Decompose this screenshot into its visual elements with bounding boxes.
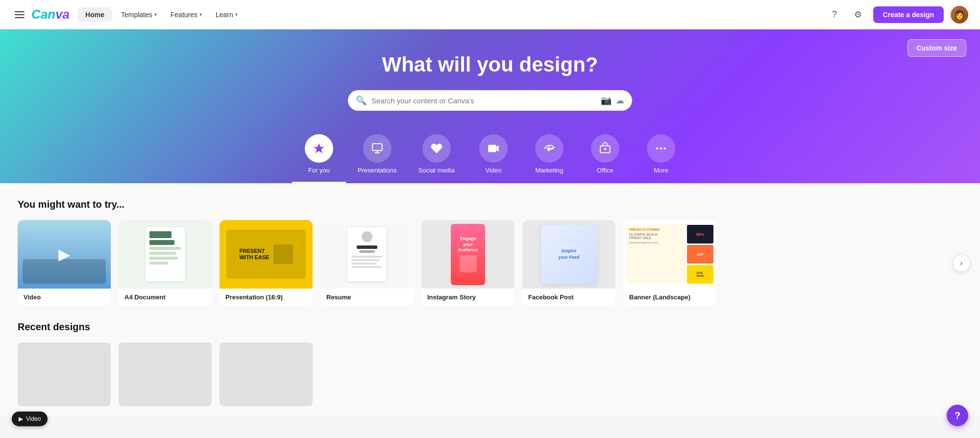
chevron-down-icon: ▾ xyxy=(235,12,238,17)
hamburger-menu[interactable] xyxy=(12,8,27,21)
svg-rect-1 xyxy=(488,145,496,152)
card-label-story: Instagram Story xyxy=(421,289,514,306)
social-media-icon xyxy=(422,134,451,163)
card-thumb-facebook: Inspireyour Feed xyxy=(522,220,615,289)
nav-right: ? ⚙ Create a design 👩 xyxy=(826,6,968,24)
nav-left: Canva Home Templates ▾ Features ▾ Learn … xyxy=(12,7,243,22)
try-section-title: You might want to try... xyxy=(18,199,962,210)
category-label-presentations: Presentations xyxy=(358,167,397,174)
navbar: Canva Home Templates ▾ Features ▾ Learn … xyxy=(0,0,980,29)
video-bubble[interactable]: ▶ Video xyxy=(12,412,48,426)
card-instagram-story[interactable]: EngageyourAudience Instagram Story xyxy=(421,220,514,306)
chevron-down-icon: ▾ xyxy=(154,12,157,17)
canva-logo[interactable]: Canva xyxy=(31,7,70,22)
chevron-down-icon: ▾ xyxy=(199,12,202,17)
category-row: For you Presentations Social media xyxy=(0,128,980,183)
recent-section: Recent designs xyxy=(0,306,980,416)
category-label-social-media: Social media xyxy=(418,167,455,174)
category-for-you[interactable]: For you xyxy=(292,128,346,183)
custom-size-button[interactable]: Custom size xyxy=(907,39,966,57)
card-thumb-a4 xyxy=(119,220,212,289)
card-presentation[interactable]: PRESENTWITH EASE Presentation (16:9) xyxy=(220,220,313,306)
create-design-button[interactable]: Create a design xyxy=(873,6,944,23)
category-office[interactable]: Office xyxy=(578,128,632,183)
home-button[interactable]: Home xyxy=(77,7,112,22)
card-thumb-banner: FRESH CLOTHING ULTIMATE BLACKFRIDAY SALE… xyxy=(623,220,716,289)
help-button[interactable]: ? xyxy=(826,6,843,23)
cards-container: ▶ Video A4 Document xyxy=(18,220,962,306)
recent-design-item[interactable] xyxy=(18,342,111,406)
learn-nav-link[interactable]: Learn ▾ xyxy=(211,7,243,22)
camera-search-button[interactable]: 📷 xyxy=(601,95,612,106)
office-icon xyxy=(591,134,619,163)
card-label-facebook: Facebook Post xyxy=(522,289,615,306)
search-bar-container: 🔍 📷 ☁ xyxy=(0,90,980,111)
hero-section: Custom size What will you design? 🔍 📷 ☁ … xyxy=(0,29,980,183)
recent-designs-row xyxy=(18,342,962,406)
video-icon xyxy=(479,134,508,163)
search-icon: 🔍 xyxy=(356,95,367,106)
card-a4[interactable]: A4 Document xyxy=(119,220,212,306)
presentations-icon xyxy=(363,134,392,163)
category-label-marketing: Marketing xyxy=(535,167,563,174)
more-icon xyxy=(647,134,675,163)
cards-row: ▶ Video A4 Document xyxy=(18,220,962,306)
svg-point-4 xyxy=(656,147,658,149)
video-icon: ▶ xyxy=(19,415,23,422)
recent-design-item[interactable] xyxy=(220,342,313,406)
card-thumb-presentation: PRESENTWITH EASE xyxy=(220,220,313,289)
upload-search-button[interactable]: ☁ xyxy=(615,95,624,106)
card-resume[interactable]: Resume xyxy=(320,220,414,306)
category-label-more: More xyxy=(654,167,668,174)
hero-title: What will you design? xyxy=(0,53,980,76)
svg-point-5 xyxy=(660,147,662,149)
search-input[interactable] xyxy=(371,97,596,105)
templates-nav-link[interactable]: Templates ▾ xyxy=(116,7,162,22)
category-more[interactable]: More xyxy=(634,128,688,183)
for-you-icon xyxy=(305,134,333,163)
svg-rect-0 xyxy=(372,144,382,150)
card-thumb-resume xyxy=(320,220,414,289)
svg-point-3 xyxy=(604,148,606,150)
card-label-resume: Resume xyxy=(320,289,414,306)
card-banner[interactable]: FRESH CLOTHING ULTIMATE BLACKFRIDAY SALE… xyxy=(623,220,716,306)
settings-button[interactable]: ⚙ xyxy=(850,6,866,23)
card-video[interactable]: ▶ Video xyxy=(18,220,111,306)
card-label-a4: A4 Document xyxy=(119,289,212,306)
category-label-for-you: For you xyxy=(308,167,330,174)
marketing-icon xyxy=(535,134,564,163)
recent-section-title: Recent designs xyxy=(18,321,962,333)
category-marketing[interactable]: Marketing xyxy=(522,128,576,183)
card-label-presentation: Presentation (16:9) xyxy=(220,289,313,306)
category-label-video: Video xyxy=(485,167,501,174)
features-nav-link[interactable]: Features ▾ xyxy=(166,7,207,22)
main-content: You might want to try... ▶ Video xyxy=(0,183,980,306)
category-presentations[interactable]: Presentations xyxy=(348,128,407,183)
card-thumb-video: ▶ xyxy=(18,220,111,289)
card-label-video: Video xyxy=(18,289,111,306)
svg-point-6 xyxy=(663,147,665,149)
help-bubble[interactable]: ? xyxy=(947,405,968,426)
card-facebook-post[interactable]: Inspireyour Feed Facebook Post xyxy=(522,220,615,306)
search-bar: 🔍 📷 ☁ xyxy=(348,90,632,111)
category-label-office: Office xyxy=(597,167,613,174)
card-label-banner: Banner (Landscape) xyxy=(623,289,716,306)
search-actions: 📷 ☁ xyxy=(601,95,624,106)
scroll-next-button[interactable]: › xyxy=(953,254,970,272)
recent-design-item[interactable] xyxy=(119,342,212,406)
avatar[interactable]: 👩 xyxy=(951,6,968,24)
category-social-media[interactable]: Social media xyxy=(409,128,465,183)
category-video[interactable]: Video xyxy=(466,128,520,183)
card-thumb-story: EngageyourAudience xyxy=(421,220,514,289)
